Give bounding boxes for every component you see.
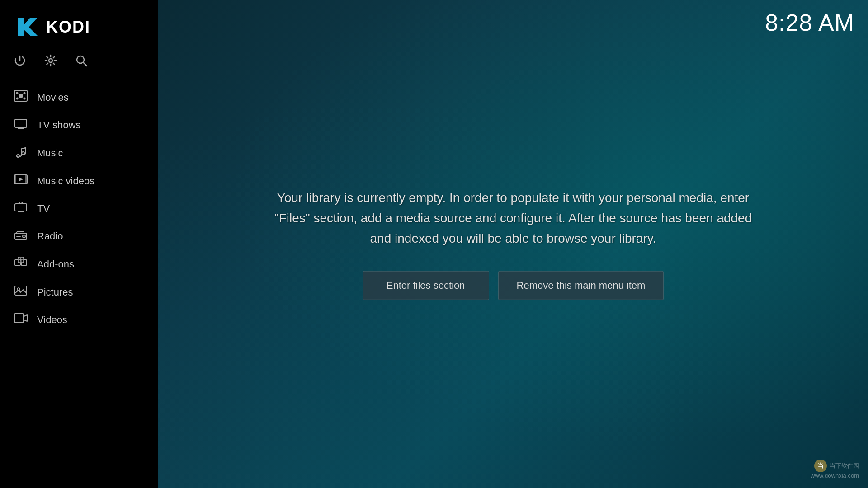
radio-label: Radio <box>37 230 63 242</box>
watermark: 当 当下软件园 www.downxia.com <box>811 460 859 479</box>
watermark-brand: 当下软件园 <box>830 462 859 470</box>
sidebar-item-movies[interactable]: Movies <box>0 84 158 111</box>
svg-rect-19 <box>25 175 27 184</box>
svg-point-9 <box>16 98 19 100</box>
svg-point-3 <box>49 59 52 62</box>
time-display: 8:28 AM <box>765 9 854 36</box>
videos-label: Videos <box>37 314 67 326</box>
watermark-circle-icon: 当 <box>814 460 827 472</box>
nav-menu: Movies TV shows <box>0 84 158 488</box>
add-ons-icon <box>14 256 28 272</box>
search-icon[interactable] <box>75 54 88 70</box>
sidebar: KODI <box>0 0 158 488</box>
sidebar-item-videos[interactable]: Videos <box>0 306 158 333</box>
music-videos-label: Music videos <box>37 175 94 187</box>
svg-marker-0 <box>18 18 38 36</box>
svg-point-4 <box>77 56 84 63</box>
app-title: KODI <box>46 18 90 37</box>
action-buttons: Enter files section Remove this main men… <box>264 271 762 300</box>
enter-files-section-button[interactable]: Enter files section <box>363 271 489 300</box>
svg-point-8 <box>24 92 26 94</box>
logo-area: KODI <box>0 0 158 50</box>
main-content: 8:28 AM Your library is currently empty.… <box>158 0 868 488</box>
svg-rect-38 <box>14 314 24 323</box>
svg-rect-11 <box>19 94 23 98</box>
radio-icon <box>14 229 28 244</box>
svg-point-7 <box>16 92 19 94</box>
center-content: Your library is currently empty. In orde… <box>264 188 762 300</box>
power-icon[interactable] <box>14 54 26 70</box>
add-ons-label: Add-ons <box>37 258 74 270</box>
kodi-logo-icon <box>14 14 41 41</box>
videos-icon <box>14 312 28 327</box>
sidebar-item-pictures[interactable]: Pictures <box>0 278 158 306</box>
svg-rect-12 <box>15 119 27 127</box>
watermark-site: www.downxia.com <box>811 472 859 479</box>
svg-point-27 <box>23 235 25 238</box>
svg-point-16 <box>22 152 24 155</box>
sidebar-item-tv[interactable]: TV <box>0 195 158 222</box>
svg-marker-39 <box>24 315 27 321</box>
settings-icon[interactable] <box>44 54 57 70</box>
top-controls <box>0 50 158 84</box>
tv-label: TV <box>37 203 50 215</box>
svg-rect-18 <box>14 175 16 184</box>
svg-marker-20 <box>19 178 23 181</box>
svg-rect-36 <box>15 286 27 295</box>
svg-point-10 <box>24 98 26 100</box>
tv-shows-icon <box>14 117 28 132</box>
pictures-icon <box>14 285 28 300</box>
sidebar-item-music-videos[interactable]: Music videos <box>0 167 158 195</box>
music-videos-icon <box>14 174 28 188</box>
pictures-label: Pictures <box>37 286 73 298</box>
svg-rect-21 <box>15 204 27 211</box>
movies-label: Movies <box>37 92 69 103</box>
music-icon <box>14 145 28 161</box>
watermark-logo: 当 当下软件园 <box>811 460 859 472</box>
tv-icon <box>14 201 28 216</box>
svg-point-37 <box>17 288 20 291</box>
svg-point-15 <box>17 155 19 157</box>
movies-icon <box>14 90 28 105</box>
music-label: Music <box>37 147 63 159</box>
sidebar-item-music[interactable]: Music <box>0 139 158 167</box>
library-empty-message: Your library is currently empty. In orde… <box>264 188 762 249</box>
sidebar-item-tv-shows[interactable]: TV shows <box>0 111 158 139</box>
svg-line-5 <box>84 63 87 66</box>
sidebar-item-radio[interactable]: Radio <box>0 222 158 250</box>
sidebar-item-add-ons[interactable]: Add-ons <box>0 250 158 278</box>
tv-shows-label: TV shows <box>37 119 81 131</box>
remove-main-menu-item-button[interactable]: Remove this main menu item <box>498 271 664 300</box>
